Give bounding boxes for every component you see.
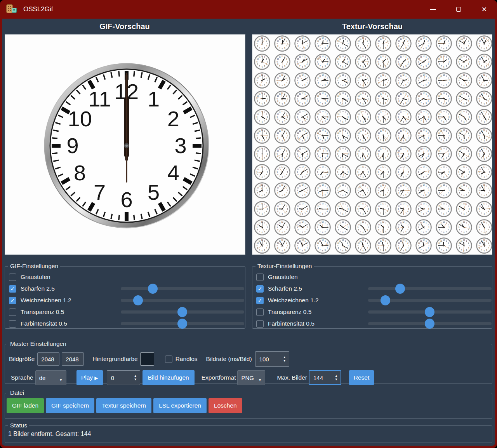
- svg-text:10: 10: [358, 150, 360, 152]
- maximize-button[interactable]: [446, 0, 471, 19]
- slider-farbintensit-t-0-5[interactable]: [121, 319, 244, 329]
- svg-text:11: 11: [440, 93, 442, 95]
- slider-handle[interactable]: [425, 319, 434, 329]
- title-bar[interactable]: OSSL2Gif ✕: [0, 0, 497, 19]
- minimize-button[interactable]: [420, 0, 446, 19]
- svg-text:10: 10: [418, 113, 421, 115]
- svg-text:6: 6: [322, 158, 323, 160]
- slider-handle[interactable]: [133, 295, 143, 305]
- checkbox-weichzeichnen-1-2[interactable]: ✓: [9, 297, 16, 304]
- texture-frame-clock: 123456789101112: [274, 91, 290, 107]
- svg-text:1: 1: [405, 222, 407, 224]
- spin-up-icon[interactable]: ▲: [134, 375, 137, 377]
- slider-handle[interactable]: [425, 307, 434, 317]
- close-button[interactable]: ✕: [471, 0, 497, 19]
- reset-button[interactable]: Reset: [349, 370, 374, 385]
- svg-text:5: 5: [486, 157, 487, 159]
- svg-text:12: 12: [463, 37, 465, 39]
- texture-frame-clock: 123456789101112: [315, 201, 331, 217]
- textur-speichern-button[interactable]: Textur speichern: [96, 398, 151, 413]
- svg-text:7: 7: [481, 231, 482, 233]
- svg-text:2: 2: [448, 242, 449, 244]
- slider-weichzeichnen-1-2[interactable]: [121, 295, 244, 305]
- svg-text:1: 1: [426, 75, 427, 77]
- slider-transparenz-0-5[interactable]: [368, 307, 492, 317]
- max-bilder-spinner[interactable]: 144 ▲▼: [309, 370, 341, 385]
- svg-text:5: 5: [405, 231, 407, 233]
- slider-weichzeichnen-1-2[interactable]: [368, 295, 492, 305]
- svg-text:11: 11: [461, 240, 462, 242]
- slider-handle[interactable]: [381, 295, 390, 305]
- svg-text:9: 9: [317, 79, 318, 81]
- bildrate-spinner[interactable]: 100 ▲▼: [255, 351, 289, 367]
- background-color-swatch[interactable]: [140, 352, 154, 366]
- height-field[interactable]: 2048: [62, 352, 84, 366]
- slider-sch-rfen-2-5[interactable]: [121, 284, 244, 294]
- lsl-exportieren-button[interactable]: LSL exportieren: [153, 398, 207, 413]
- texture-frame-clock: 123456789101112: [415, 182, 432, 199]
- frame-spinner[interactable]: 0 ▲▼: [107, 370, 140, 385]
- gif-laden-button[interactable]: GIF laden: [7, 398, 44, 413]
- svg-text:10: 10: [317, 40, 320, 42]
- svg-text:10: 10: [297, 187, 299, 189]
- svg-text:7: 7: [481, 102, 482, 104]
- slider-sch-rfen-2-5[interactable]: [368, 284, 492, 294]
- slider-handle[interactable]: [177, 307, 187, 317]
- play-button[interactable]: Play ▶: [76, 370, 103, 385]
- checkbox-weichzeichnen-1-2[interactable]: ✓: [256, 297, 264, 304]
- slider-handle[interactable]: [177, 319, 187, 329]
- frame-value[interactable]: 0: [107, 375, 134, 381]
- bildrate-value[interactable]: 100: [255, 356, 283, 363]
- svg-text:9: 9: [357, 79, 358, 81]
- spin-down-icon[interactable]: ▼: [283, 359, 286, 362]
- checkbox-farbintensit-t-0-5[interactable]: [9, 320, 16, 328]
- svg-text:11: 11: [339, 112, 341, 113]
- svg-text:11: 11: [360, 75, 361, 77]
- checkbox-sch-rfen-2-5[interactable]: ✓: [9, 285, 16, 293]
- slider-track[interactable]: [368, 287, 492, 290]
- checkbox-farbintensit-t-0-5[interactable]: [256, 320, 264, 328]
- svg-text:3: 3: [368, 79, 369, 81]
- svg-text:11: 11: [319, 185, 321, 187]
- texture-frame-clock: 123456789101112: [395, 182, 412, 199]
- spin-down-icon[interactable]: ▼: [134, 378, 137, 381]
- max-bilder-value[interactable]: 144: [309, 375, 335, 381]
- spin-up-icon[interactable]: ▲: [335, 375, 338, 377]
- sprache-dropdown[interactable]: de ▼: [35, 370, 66, 385]
- svg-text:1: 1: [466, 75, 467, 77]
- gif-speichern-button[interactable]: GIF speichern: [46, 398, 94, 413]
- checkbox-sch-rfen-2-5[interactable]: ✓: [256, 285, 264, 293]
- svg-text:3: 3: [469, 134, 470, 136]
- spin-down-icon[interactable]: ▼: [335, 378, 338, 381]
- l-schen-button[interactable]: Löschen: [209, 398, 242, 413]
- slider-track[interactable]: [121, 287, 244, 290]
- texture-frame-clock: 123456789101112: [335, 127, 351, 144]
- svg-text:8: 8: [439, 45, 440, 47]
- exportformat-dropdown[interactable]: PNG ▼: [237, 370, 265, 385]
- svg-text:4: 4: [387, 192, 388, 194]
- slider-farbintensit-t-0-5[interactable]: [368, 319, 492, 329]
- texture-frame-clock: 123456789101112: [335, 35, 351, 52]
- svg-text:11: 11: [360, 204, 361, 206]
- svg-text:5: 5: [284, 176, 285, 178]
- svg-text:2: 2: [407, 242, 408, 244]
- spin-up-icon[interactable]: ▲: [283, 356, 286, 359]
- checkbox-transparenz-0-5[interactable]: [256, 309, 264, 316]
- svg-text:2: 2: [387, 132, 388, 134]
- svg-text:3: 3: [408, 79, 409, 81]
- randlos-checkbox[interactable]: [165, 356, 172, 363]
- svg-text:5: 5: [284, 65, 285, 67]
- slider-transparenz-0-5[interactable]: [121, 307, 244, 317]
- svg-text:3: 3: [428, 61, 429, 63]
- svg-text:3: 3: [489, 153, 490, 155]
- svg-text:1: 1: [466, 38, 467, 40]
- texture-preview-panel: 123456789101112 123456789101112 12345678…: [252, 34, 492, 255]
- width-field[interactable]: 2048: [37, 352, 59, 366]
- checkbox-graustufen[interactable]: [256, 274, 264, 281]
- slider-handle[interactable]: [148, 284, 158, 294]
- checkbox-graustufen[interactable]: [9, 274, 16, 281]
- slider-handle[interactable]: [395, 284, 405, 294]
- add-image-button[interactable]: Bild hinzufügen: [142, 370, 195, 385]
- checkbox-transparenz-0-5[interactable]: [9, 309, 16, 316]
- setting-row: Farbintensität 0.5: [5, 318, 245, 329]
